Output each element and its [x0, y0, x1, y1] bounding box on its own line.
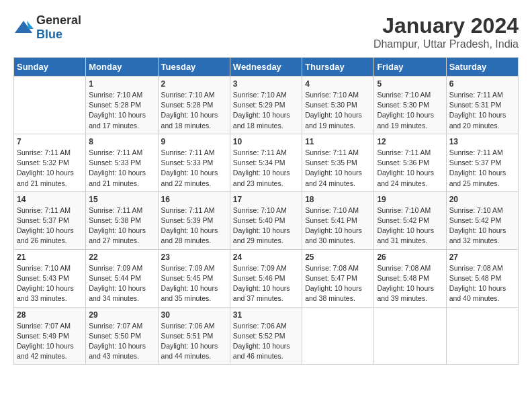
- day-number: 17: [233, 195, 299, 204]
- day-number: 21: [17, 253, 83, 262]
- day-number: 16: [161, 195, 227, 204]
- day-info: Sunrise: 7:11 AM Sunset: 5:37 PM Dayligh…: [17, 205, 83, 246]
- day-info: Sunrise: 7:10 AM Sunset: 5:28 PM Dayligh…: [161, 90, 227, 131]
- calendar-cell: 20Sunrise: 7:10 AM Sunset: 5:42 PM Dayli…: [446, 191, 518, 249]
- day-number: 28: [17, 310, 83, 320]
- day-number: 14: [17, 195, 83, 204]
- day-number: 20: [449, 195, 515, 204]
- day-info: Sunrise: 7:08 AM Sunset: 5:48 PM Dayligh…: [377, 263, 443, 304]
- calendar-cell: [14, 77, 86, 134]
- day-number: 7: [17, 137, 83, 146]
- day-info: Sunrise: 7:08 AM Sunset: 5:48 PM Dayligh…: [449, 263, 515, 304]
- day-info: Sunrise: 7:11 AM Sunset: 5:38 PM Dayligh…: [89, 205, 154, 246]
- calendar-cell: 12Sunrise: 7:11 AM Sunset: 5:36 PM Dayli…: [374, 134, 446, 191]
- day-info: Sunrise: 7:11 AM Sunset: 5:35 PM Dayligh…: [305, 148, 371, 189]
- day-info: Sunrise: 7:10 AM Sunset: 5:40 PM Dayligh…: [233, 205, 299, 246]
- header-day-saturday: Saturday: [446, 58, 518, 77]
- day-number: 5: [377, 79, 443, 89]
- day-info: Sunrise: 7:11 AM Sunset: 5:39 PM Dayligh…: [161, 205, 227, 246]
- day-info: Sunrise: 7:11 AM Sunset: 5:31 PM Dayligh…: [449, 90, 515, 131]
- day-number: 23: [161, 253, 227, 262]
- day-info: Sunrise: 7:10 AM Sunset: 5:30 PM Dayligh…: [377, 90, 443, 131]
- calendar-cell: 22Sunrise: 7:09 AM Sunset: 5:44 PM Dayli…: [86, 249, 158, 307]
- day-number: 26: [377, 253, 443, 262]
- day-info: Sunrise: 7:11 AM Sunset: 5:37 PM Dayligh…: [449, 148, 515, 189]
- day-info: Sunrise: 7:11 AM Sunset: 5:36 PM Dayligh…: [377, 148, 443, 189]
- subtitle: Dhampur, Uttar Pradesh, India: [373, 38, 519, 50]
- calendar-cell: 25Sunrise: 7:08 AM Sunset: 5:47 PM Dayli…: [302, 249, 374, 307]
- day-number: 30: [161, 310, 227, 320]
- header-day-friday: Friday: [374, 58, 446, 77]
- calendar-cell: 19Sunrise: 7:10 AM Sunset: 5:42 PM Dayli…: [374, 191, 446, 249]
- calendar-cell: 17Sunrise: 7:10 AM Sunset: 5:40 PM Dayli…: [230, 191, 302, 249]
- day-info: Sunrise: 7:11 AM Sunset: 5:33 PM Dayligh…: [89, 148, 154, 189]
- calendar-cell: 1Sunrise: 7:10 AM Sunset: 5:28 PM Daylig…: [86, 77, 158, 134]
- calendar-week-row: 14Sunrise: 7:11 AM Sunset: 5:37 PM Dayli…: [14, 191, 519, 249]
- title-block: January 2024 Dhampur, Uttar Pradesh, Ind…: [373, 13, 519, 50]
- day-number: 15: [89, 195, 154, 204]
- calendar-week-row: 7Sunrise: 7:11 AM Sunset: 5:32 PM Daylig…: [14, 134, 519, 191]
- calendar-cell: 30Sunrise: 7:06 AM Sunset: 5:51 PM Dayli…: [158, 307, 230, 365]
- calendar-cell: [446, 307, 518, 365]
- calendar-cell: 11Sunrise: 7:11 AM Sunset: 5:35 PM Dayli…: [302, 134, 374, 191]
- day-info: Sunrise: 7:09 AM Sunset: 5:44 PM Dayligh…: [89, 263, 154, 304]
- day-number: 29: [89, 310, 154, 320]
- day-number: 2: [161, 79, 227, 89]
- calendar-cell: [302, 307, 374, 365]
- day-number: 31: [233, 310, 299, 320]
- day-number: 3: [233, 79, 299, 89]
- day-info: Sunrise: 7:10 AM Sunset: 5:30 PM Dayligh…: [305, 90, 371, 131]
- day-info: Sunrise: 7:11 AM Sunset: 5:34 PM Dayligh…: [233, 148, 299, 189]
- calendar-cell: 8Sunrise: 7:11 AM Sunset: 5:33 PM Daylig…: [86, 134, 158, 191]
- day-number: 1: [89, 79, 154, 89]
- calendar-table: SundayMondayTuesdayWednesdayThursdayFrid…: [13, 57, 519, 365]
- day-info: Sunrise: 7:11 AM Sunset: 5:33 PM Dayligh…: [161, 148, 227, 189]
- page-header: General Blue January 2024 Dhampur, Uttar…: [13, 13, 519, 50]
- calendar-cell: 21Sunrise: 7:10 AM Sunset: 5:43 PM Dayli…: [14, 249, 86, 307]
- calendar-cell: 9Sunrise: 7:11 AM Sunset: 5:33 PM Daylig…: [158, 134, 230, 191]
- calendar-cell: 26Sunrise: 7:08 AM Sunset: 5:48 PM Dayli…: [374, 249, 446, 307]
- calendar-cell: 29Sunrise: 7:07 AM Sunset: 5:50 PM Dayli…: [86, 307, 158, 365]
- calendar-cell: [374, 307, 446, 365]
- main-title: January 2024: [373, 13, 519, 38]
- day-info: Sunrise: 7:11 AM Sunset: 5:32 PM Dayligh…: [17, 148, 83, 189]
- calendar-cell: 18Sunrise: 7:10 AM Sunset: 5:41 PM Dayli…: [302, 191, 374, 249]
- logo-text-blue: Blue: [36, 28, 62, 41]
- calendar-week-row: 1Sunrise: 7:10 AM Sunset: 5:28 PM Daylig…: [14, 77, 519, 134]
- day-info: Sunrise: 7:08 AM Sunset: 5:47 PM Dayligh…: [305, 263, 371, 304]
- day-info: Sunrise: 7:06 AM Sunset: 5:52 PM Dayligh…: [233, 321, 299, 362]
- calendar-cell: 23Sunrise: 7:09 AM Sunset: 5:45 PM Dayli…: [158, 249, 230, 307]
- day-number: 10: [233, 137, 299, 146]
- calendar-cell: 28Sunrise: 7:07 AM Sunset: 5:49 PM Dayli…: [14, 307, 86, 365]
- calendar-cell: 16Sunrise: 7:11 AM Sunset: 5:39 PM Dayli…: [158, 191, 230, 249]
- calendar-week-row: 21Sunrise: 7:10 AM Sunset: 5:43 PM Dayli…: [14, 249, 519, 307]
- calendar-cell: 14Sunrise: 7:11 AM Sunset: 5:37 PM Dayli…: [14, 191, 86, 249]
- day-info: Sunrise: 7:09 AM Sunset: 5:46 PM Dayligh…: [233, 263, 299, 304]
- day-info: Sunrise: 7:07 AM Sunset: 5:49 PM Dayligh…: [17, 321, 83, 362]
- day-number: 27: [449, 253, 515, 262]
- day-info: Sunrise: 7:10 AM Sunset: 5:42 PM Dayligh…: [449, 205, 515, 246]
- day-number: 12: [377, 137, 443, 146]
- day-number: 4: [305, 79, 371, 89]
- calendar-cell: 31Sunrise: 7:06 AM Sunset: 5:52 PM Dayli…: [230, 307, 302, 365]
- header-day-tuesday: Tuesday: [158, 58, 230, 77]
- calendar-body: 1Sunrise: 7:10 AM Sunset: 5:28 PM Daylig…: [14, 77, 519, 365]
- calendar-cell: 6Sunrise: 7:11 AM Sunset: 5:31 PM Daylig…: [446, 77, 518, 134]
- day-number: 11: [305, 137, 371, 146]
- day-info: Sunrise: 7:10 AM Sunset: 5:41 PM Dayligh…: [305, 205, 371, 246]
- day-info: Sunrise: 7:10 AM Sunset: 5:28 PM Dayligh…: [89, 90, 154, 131]
- header-day-sunday: Sunday: [14, 58, 86, 77]
- calendar-cell: 2Sunrise: 7:10 AM Sunset: 5:28 PM Daylig…: [158, 77, 230, 134]
- day-number: 9: [161, 137, 227, 146]
- day-number: 22: [89, 253, 154, 262]
- day-number: 18: [305, 195, 371, 204]
- calendar-cell: 4Sunrise: 7:10 AM Sunset: 5:30 PM Daylig…: [302, 77, 374, 134]
- day-number: 6: [449, 79, 515, 89]
- logo-icon: [13, 19, 34, 36]
- header-day-thursday: Thursday: [302, 58, 374, 77]
- day-number: 13: [449, 137, 515, 146]
- calendar-cell: 5Sunrise: 7:10 AM Sunset: 5:30 PM Daylig…: [374, 77, 446, 134]
- day-number: 25: [305, 253, 371, 262]
- logo-text-general: General: [36, 13, 81, 27]
- calendar-cell: 10Sunrise: 7:11 AM Sunset: 5:34 PM Dayli…: [230, 134, 302, 191]
